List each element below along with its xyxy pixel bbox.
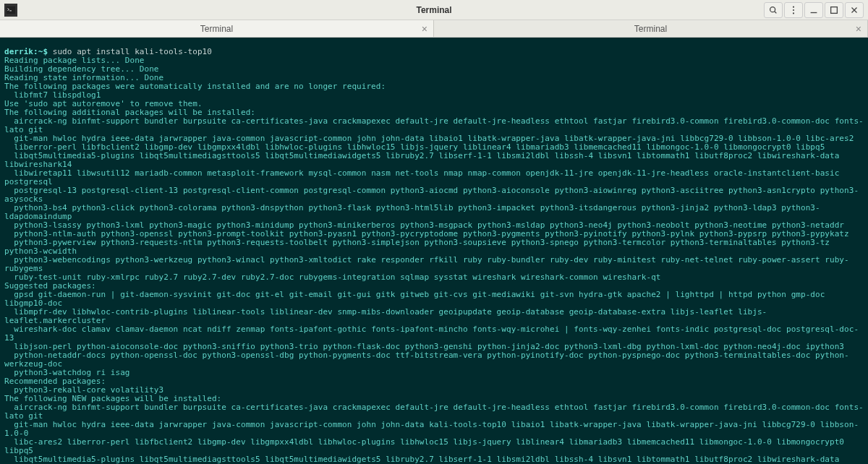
output-line: ruby-test-unit ruby-xmlrpc ruby2.7 ruby2… bbox=[4, 272, 660, 282]
output-line: python-netaddr-docs python-openssl-doc p… bbox=[4, 351, 849, 369]
output-line: postgresql-13 postgresql-client-13 postg… bbox=[4, 186, 859, 204]
output-line: libc-ares2 liberror-perl libfbclient2 li… bbox=[4, 437, 849, 455]
kebab-menu-icon bbox=[788, 5, 799, 15]
window-title: Terminal bbox=[416, 5, 451, 15]
output-line: aircrack-ng binfmt-support bundler burps… bbox=[4, 403, 864, 421]
tab-close-button[interactable]: × bbox=[422, 23, 427, 35]
output-line: python3-webencodings python3-werkzeug py… bbox=[4, 255, 849, 273]
minimize-button[interactable] bbox=[804, 2, 823, 18]
tab-terminal-1[interactable]: Terminal × bbox=[0, 20, 434, 37]
output-line: python3-bs4 python3-click python3-colora… bbox=[4, 203, 820, 221]
titlebar-controls bbox=[764, 2, 864, 18]
tab-close-button[interactable]: × bbox=[856, 23, 861, 35]
search-icon bbox=[768, 5, 778, 15]
maximize-icon bbox=[829, 5, 839, 15]
tab-label: Terminal bbox=[200, 24, 233, 34]
svg-point-4 bbox=[793, 6, 794, 7]
output-line: libqt5multimedia5-plugins libqt5multimed… bbox=[4, 151, 844, 169]
tab-bar: Terminal × Terminal × bbox=[0, 20, 868, 38]
output-line: libwiretap11 libwsutil12 mariadb-common … bbox=[4, 168, 844, 186]
minimize-icon bbox=[809, 5, 819, 15]
output-line: libmpfr-dev libhwloc-contrib-plugins lib… bbox=[4, 307, 767, 325]
output-line: git-man hwloc hydra ieee-data jarwrapper… bbox=[4, 420, 859, 438]
svg-line-3 bbox=[775, 11, 777, 13]
terminal-output[interactable]: derrik:~$ sudo apt install kali-tools-to… bbox=[0, 38, 868, 464]
output-line: wireshark-doc clamav clamav-daemon ncat … bbox=[4, 325, 859, 343]
close-button[interactable] bbox=[845, 2, 864, 18]
svg-rect-0 bbox=[7, 6, 15, 14]
svg-point-5 bbox=[793, 9, 794, 10]
menu-button[interactable] bbox=[784, 2, 803, 18]
window-titlebar: Terminal bbox=[0, 0, 868, 20]
output-line: python3-pywerview python3-requests-ntlm … bbox=[4, 238, 835, 256]
tab-label: Terminal bbox=[634, 24, 667, 34]
svg-point-2 bbox=[770, 7, 775, 12]
svg-point-6 bbox=[793, 12, 794, 14]
close-icon bbox=[849, 5, 859, 15]
output-line: aircrack-ng binfmt-support bundler burps… bbox=[4, 116, 864, 134]
output-line: libqt5multimedia5-plugins libqt5multimed… bbox=[4, 455, 844, 464]
output-line: gpsd git-daemon-run | git-daemon-sysvini… bbox=[4, 290, 830, 308]
svg-rect-8 bbox=[831, 7, 838, 13]
titlebar-left bbox=[4, 4, 17, 17]
terminal-app-icon bbox=[4, 4, 17, 17]
maximize-button[interactable] bbox=[825, 2, 843, 18]
tab-terminal-2[interactable]: Terminal × bbox=[434, 20, 868, 37]
search-button[interactable] bbox=[764, 2, 783, 18]
